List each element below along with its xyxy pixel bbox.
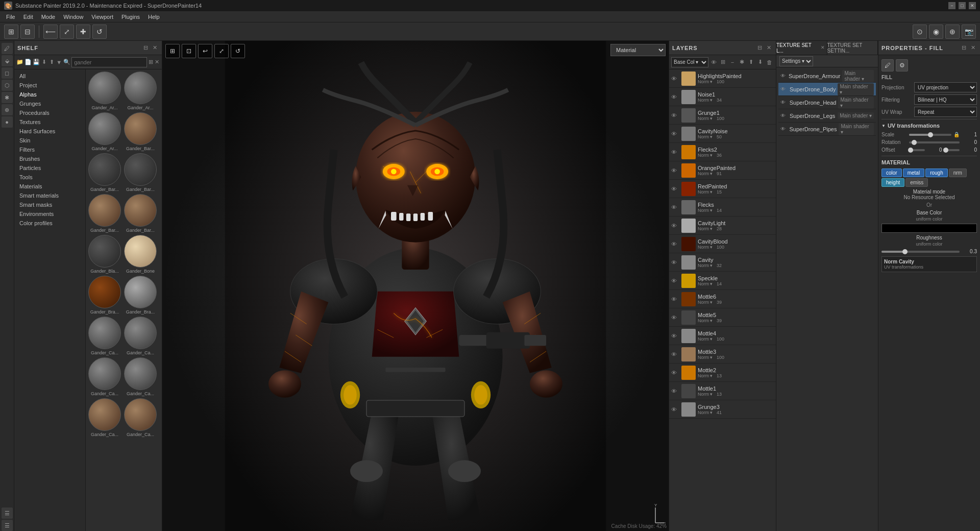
shelf-item[interactable]: Gander_Ca...	[124, 398, 157, 437]
scale-slider-thumb[interactable]	[928, 132, 933, 137]
close-button[interactable]: ✕	[969, 2, 976, 9]
left-icon-9[interactable]: ☰	[2, 520, 13, 531]
menu-plugins[interactable]: Plugins	[117, 13, 144, 21]
shelf-nav-hard-surfaces[interactable]: Hard Surfaces	[14, 127, 85, 136]
layers-move-up-btn[interactable]: ⬆	[747, 57, 755, 67]
shelf-item[interactable]: Gander_Bra...	[124, 276, 157, 315]
tool-grid[interactable]: ⊟	[20, 25, 35, 39]
props-icon-1[interactable]: ⊟	[960, 44, 968, 52]
scale-slider-track[interactable]	[909, 134, 951, 136]
shelf-filter-btn[interactable]: ▼	[56, 57, 62, 68]
shelf-nav-environments[interactable]: Environments	[14, 209, 85, 219]
ts-eye-icon[interactable]: 👁	[780, 113, 788, 118]
layer-row[interactable]: 👁 RedPainted Norm ▾ 15	[669, 180, 776, 198]
layer-eye-icon[interactable]: 👁	[671, 167, 679, 174]
minimize-button[interactable]: −	[948, 2, 955, 9]
layers-delete-btn[interactable]: 🗑	[766, 57, 774, 67]
shelf-export-btn[interactable]: ⬆	[48, 57, 55, 68]
layers-visible-btn[interactable]: 👁	[709, 57, 718, 67]
rotation-slider-track[interactable]	[909, 141, 960, 143]
vp-tool-4[interactable]: ⤢	[214, 44, 229, 58]
texture-set-item-active[interactable]: 👁 SuperDrone_Body Main shader ▾	[778, 83, 876, 96]
left-icon-5[interactable]: ✱	[2, 92, 13, 103]
projection-select[interactable]: UV projection Triplanar Spherical Planar	[914, 82, 977, 92]
layer-row[interactable]: 👁 Flecks2 Norm ▾ 36	[669, 143, 776, 161]
mat-btn-emiss[interactable]: emiss	[905, 178, 928, 187]
layer-row[interactable]: 👁 Mottle5 Norm ▾ 39	[669, 308, 776, 327]
shelf-nav-smart-masks[interactable]: Smart masks	[14, 200, 85, 209]
shelf-nav-color-profiles[interactable]: Color profiles	[14, 219, 85, 228]
layer-row[interactable]: 👁 Flecks Norm ▾ 14	[669, 198, 776, 216]
shelf-nav-particles[interactable]: Particles	[14, 163, 85, 173]
shelf-item[interactable]: Gander_Bar...	[124, 153, 157, 192]
shelf-item[interactable]: Gander_Ca...	[88, 357, 121, 396]
shelf-search-btn[interactable]: 🔍	[63, 57, 70, 68]
left-icon-7[interactable]: ●	[2, 116, 13, 128]
layer-row[interactable]: 👁 Mottle2 Norm ▾ 13	[669, 364, 776, 382]
texture-set-item[interactable]: 👁 SuperDrone_Armour Main shader ▾	[778, 69, 876, 83]
shelf-nav-grunges[interactable]: Grunges	[14, 99, 85, 108]
viewport[interactable]: ⊞ ⊡ ↩ ⤢ ↺ Material Albedo Roughness Norm…	[162, 41, 669, 531]
roughness-slider-track[interactable]	[881, 251, 960, 253]
left-icon-6[interactable]: ⊕	[2, 104, 13, 115]
tool-add[interactable]: ✚	[76, 25, 90, 39]
vp-tool-3[interactable]: ↩	[198, 44, 212, 58]
shelf-nav-smart-materials[interactable]: Smart materials	[14, 191, 85, 200]
props-close-btn[interactable]: ✕	[969, 44, 977, 52]
tab-close-icon[interactable]: ✕	[821, 45, 827, 51]
offset-slider-2-track[interactable]	[944, 149, 960, 151]
vp-tool-1[interactable]: ⊞	[165, 44, 180, 58]
tool-arrows[interactable]: ⟵	[43, 25, 58, 39]
shelf-save-btn[interactable]: 💾	[33, 57, 40, 68]
shelf-item[interactable]: Gander_Ar...	[88, 112, 121, 151]
tool-undo[interactable]: ↺	[92, 25, 107, 39]
offset-slider-1-thumb[interactable]	[908, 148, 913, 153]
layer-row[interactable]: 👁 Grunge1 Norm ▾ 100	[669, 106, 776, 125]
shelf-nav-skin[interactable]: Skin	[14, 136, 85, 145]
offset-slider-1-track[interactable]	[909, 149, 925, 151]
vp-tool-5[interactable]: ↺	[231, 44, 245, 58]
layers-move-down-btn[interactable]: ⬇	[756, 57, 765, 67]
texture-set-settings-dropdown[interactable]: Settings ▾	[779, 56, 813, 66]
left-icon-4[interactable]: ⬡	[2, 80, 13, 91]
roughness-slider-thumb[interactable]	[902, 249, 908, 254]
texture-set-item[interactable]: 👁 SuperDrone_Head Main shader ▾	[778, 96, 876, 109]
shelf-nav-alphas[interactable]: Alphas	[14, 90, 85, 99]
material-dropdown[interactable]: Material Albedo Roughness Normal Height …	[610, 44, 666, 56]
base-color-swatch[interactable]	[881, 224, 977, 233]
shelf-import-btn[interactable]: ⬇	[41, 57, 47, 68]
layer-eye-icon[interactable]: 👁	[671, 186, 679, 192]
shelf-nav-materials[interactable]: Materials	[14, 182, 85, 191]
shelf-close-btn[interactable]: ✕	[151, 44, 159, 52]
uv-transform-header[interactable]: ▼ UV transformations	[881, 123, 977, 129]
ts-eye-icon[interactable]: 👁	[780, 126, 788, 132]
layer-row[interactable]: 👁 Mottle1 Norm ▾ 13	[669, 382, 776, 400]
layer-row[interactable]: 👁 Mottle6 Norm ▾ 39	[669, 290, 776, 308]
shelf-nav-brushes[interactable]: Brushes	[14, 154, 85, 163]
layer-eye-icon[interactable]: 👁	[671, 76, 679, 82]
layer-eye-icon[interactable]: 👁	[671, 149, 679, 155]
layer-eye-icon[interactable]: 👁	[671, 204, 679, 210]
layer-eye-icon[interactable]: 👁	[671, 131, 679, 137]
tool-transform[interactable]: ⊞	[4, 25, 18, 39]
layer-eye-icon[interactable]: 👁	[671, 315, 679, 321]
shelf-item[interactable]: Gander_Bar...	[124, 194, 157, 233]
layer-eye-icon[interactable]: 👁	[671, 370, 679, 376]
left-icon-1[interactable]: 🖊	[2, 43, 13, 54]
mat-btn-height[interactable]: height	[881, 178, 904, 187]
uv-wrap-select[interactable]: Repeat Clamp Mirror	[914, 107, 977, 117]
layer-row[interactable]: 👁 CavityLight Norm ▾ 28	[669, 216, 776, 235]
menu-mode[interactable]: Mode	[37, 13, 60, 21]
layers-close-btn[interactable]: ✕	[765, 44, 773, 52]
layer-eye-icon[interactable]: 👁	[671, 223, 679, 229]
tab-texture-set-list[interactable]: TEXTURE SET L... ✕	[776, 41, 827, 55]
viewport-icon-4[interactable]: 📷	[962, 25, 976, 39]
shelf-item[interactable]: Gander_Ca...	[124, 317, 157, 355]
shelf-item[interactable]: Gander_Ca...	[124, 357, 157, 396]
layer-eye-icon[interactable]: 👁	[671, 333, 679, 339]
mat-btn-metal[interactable]: metal	[903, 168, 924, 177]
props-settings-icon[interactable]: ⚙	[896, 59, 908, 71]
rotation-slider-thumb[interactable]	[912, 140, 917, 145]
menu-viewport[interactable]: Viewport	[87, 13, 117, 21]
texture-set-item[interactable]: 👁 SuperDrone_Pipes Main shader ▾	[778, 123, 876, 136]
